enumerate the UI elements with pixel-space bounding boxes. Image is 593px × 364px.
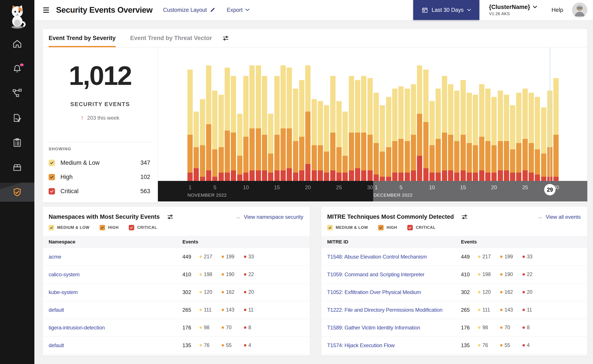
bar-day-dec-10[interactable] [429,101,435,181]
bar-day-nov-26[interactable] [342,111,348,181]
bar-day-nov-22[interactable] [318,101,323,181]
bar-day-dec-26[interactable] [529,93,534,181]
user-avatar[interactable] [572,2,587,18]
bar-day-dec-24[interactable] [516,93,521,181]
view-namespace-security-link[interactable]: →View namespace security [235,214,303,220]
namespace-link[interactable]: kube-system [49,289,78,295]
tab-event-trend-by-threat-vector[interactable]: Event Trend by Threat Vector [130,29,212,47]
medium_low-checkbox[interactable] [327,225,333,230]
help-link[interactable]: Help [552,6,563,13]
critical-checkbox[interactable] [129,225,134,230]
bar-day-dec-28[interactable] [541,107,546,181]
bar-day-nov-20[interactable] [305,65,311,181]
mitre-technique-link[interactable]: T1222: File and Directory Permissions Mo… [327,307,443,313]
bar-day-nov-12[interactable] [256,65,261,181]
bar-day-dec-8[interactable] [417,65,422,181]
bar-day-dec-17[interactable] [473,95,478,181]
sidebar-item-image-assurance[interactable] [0,155,34,180]
bar-day-nov-29[interactable] [361,76,366,181]
mitre-technique-link[interactable]: T1589: Gather Victim Identity Informatio… [327,325,420,331]
bar-day-dec-14[interactable] [454,91,460,181]
bar-day-nov-23[interactable] [324,105,329,181]
bar-day-dec-11[interactable] [436,89,441,181]
severity-trend-chart[interactable]: 151015202530151015202530NOVEMBER 2022DEC… [158,48,587,202]
bar-day-dec-15[interactable] [460,80,466,181]
cluster-selector[interactable]: {ClusterName} V1.26 AKS [489,4,537,16]
export-button[interactable]: Export [227,7,250,13]
bar-day-nov-8[interactable] [231,76,236,181]
view-all-events-link[interactable]: →View all events [537,214,581,220]
sidebar-item-service-graph[interactable] [0,81,34,106]
bar-day-nov-10[interactable] [243,76,248,181]
bar-day-dec-4[interactable] [392,89,397,181]
bar-day-dec-27[interactable] [535,97,540,181]
bar-day-dec-16[interactable] [467,93,472,181]
medium_low-checkbox[interactable] [49,225,54,230]
customize-layout-link[interactable]: Customize Layout [163,7,215,13]
current-day-marker[interactable]: 29 [544,184,556,195]
bar-day-nov-9[interactable] [237,114,242,181]
bar-day-nov-21[interactable] [312,99,317,181]
bar-day-dec-23[interactable] [510,105,515,181]
sidebar-item-policies[interactable] [0,106,34,130]
calico-cat-logo[interactable] [0,0,34,29]
namespace-link[interactable]: calico-system [49,272,80,278]
bar-day-dec-21[interactable] [498,91,503,181]
sidebar-item-home[interactable] [0,32,34,56]
bar-day-dec-9[interactable] [423,70,428,181]
critical-checkbox[interactable] [49,188,55,195]
high-checkbox[interactable] [378,225,384,230]
bar-day-nov-24[interactable] [330,76,335,181]
sidebar-item-security-events[interactable] [0,180,34,205]
critical-checkbox[interactable] [407,225,413,230]
bar-day-nov-7[interactable] [225,68,230,181]
bar-day-dec-13[interactable] [448,84,453,181]
mitre-technique-link[interactable]: T1052: Exfiltration Over Physical Medium [327,289,421,295]
bar-day-nov-4[interactable] [206,65,211,181]
bar-day-nov-18[interactable] [293,89,298,181]
trend-filter-settings-button[interactable] [222,35,229,42]
bar-day-nov-3[interactable] [200,99,205,181]
bar-day-dec-18[interactable] [479,84,484,181]
bar-day-dec-3[interactable] [386,97,391,181]
bar-day-nov-11[interactable] [249,65,255,181]
bar-day-dec-20[interactable] [491,97,497,181]
bar-day-dec-1[interactable] [373,93,379,181]
namespace-link[interactable]: acme [49,254,61,260]
sidebar-item-alerts[interactable] [0,56,34,81]
bar-day-nov-27[interactable] [349,76,354,181]
bar-day-dec-2[interactable] [380,105,385,181]
bar-day-nov-2[interactable] [193,111,199,181]
medium_low-checkbox[interactable] [49,160,55,166]
bar-day-dec-22[interactable] [504,95,509,181]
mitre-technique-link[interactable]: T1059: Command and Scripting Interpreter [327,272,424,278]
bar-day-dec-25[interactable] [522,89,528,181]
bar-day-nov-16[interactable] [280,65,286,181]
bar-day-nov-28[interactable] [355,80,360,181]
bar-day-nov-1[interactable] [187,70,193,181]
bar-day-dec-30[interactable] [553,78,559,181]
card-filter-settings-button[interactable] [461,213,468,221]
bar-day-nov-15[interactable] [274,76,280,181]
bar-day-nov-13[interactable] [262,76,267,181]
tab-event-trend-by-severity[interactable]: Event Trend by Severity [49,29,116,47]
bar-day-dec-19[interactable] [485,89,491,181]
sidebar-item-compliance-reports[interactable] [0,130,34,155]
date-range-button[interactable]: Last 30 Days [413,0,479,20]
bar-day-nov-5[interactable] [212,91,217,181]
bar-day-dec-12[interactable] [442,76,447,181]
card-filter-settings-button[interactable] [167,213,174,221]
namespace-link[interactable]: default [49,307,64,313]
bar-day-nov-19[interactable] [299,80,304,181]
high-checkbox[interactable] [49,174,55,180]
hamburger-menu-icon[interactable] [42,6,50,14]
bar-day-dec-6[interactable] [405,89,410,181]
namespace-link[interactable]: default [49,342,64,348]
mitre-technique-link[interactable]: T1574: Hijack Execution Flow [327,342,395,348]
bar-day-nov-30[interactable] [367,78,373,181]
bar-day-nov-14[interactable] [268,114,273,181]
high-checkbox[interactable] [100,225,105,230]
bar-day-nov-6[interactable] [219,95,224,181]
bar-day-nov-17[interactable] [287,68,292,181]
mitre-technique-link[interactable]: T1548: Abuse Elevation Control Mechanism [327,254,427,260]
